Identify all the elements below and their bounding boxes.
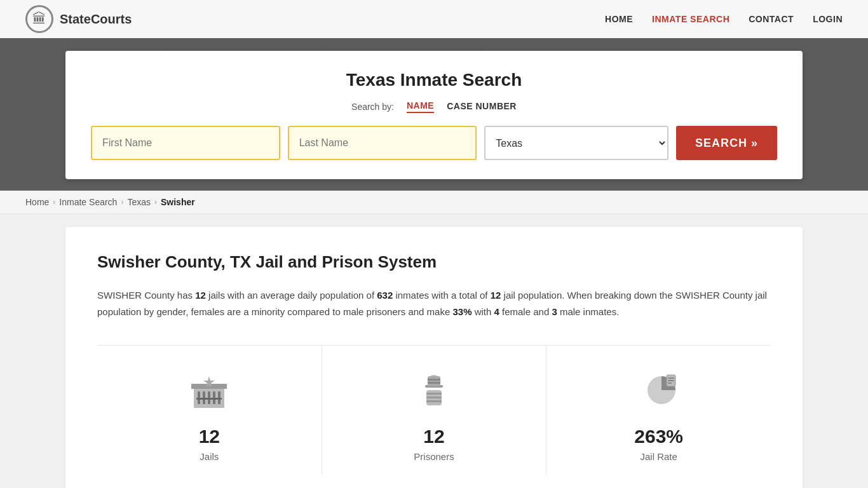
county-title: Swisher County, TX Jail and Prison Syste… — [97, 252, 771, 272]
nav-inmate-search[interactable]: INMATE SEARCH — [652, 14, 729, 24]
last-name-input[interactable] — [288, 126, 477, 160]
stat-jail-rate: 263% Jail Rate — [546, 346, 771, 475]
search-by-label: Search by: — [351, 102, 394, 112]
svg-rect-22 — [668, 383, 672, 384]
breadcrumb: Home › Inmate Search › Texas › Swisher — [0, 191, 868, 214]
site-name: StateCourts — [60, 12, 132, 27]
desc-total-text: inmates with a total of — [393, 290, 490, 301]
site-logo[interactable]: 🏛 StateCourts — [25, 5, 132, 33]
stat-prisoners-number: 12 — [423, 426, 444, 447]
search-tab-name[interactable]: NAME — [407, 100, 434, 113]
svg-rect-15 — [426, 393, 442, 395]
stat-prisoners: 12 Prisoners — [322, 346, 547, 475]
stat-jail-rate-number: 263% — [634, 426, 683, 447]
stat-jails-number: 12 — [199, 426, 220, 447]
search-card: Texas Inmate Search Search by: NAME CASE… — [65, 51, 803, 179]
desc-avg-text: jails with an average daily population o… — [206, 290, 377, 301]
stat-jails-label: Jails — [200, 451, 219, 462]
jail-icon — [184, 365, 234, 416]
search-card-title: Texas Inmate Search — [91, 70, 777, 90]
breadcrumb-sep-1: › — [53, 198, 55, 207]
nav-login[interactable]: LOGIN — [813, 14, 843, 24]
search-tab-case[interactable]: CASE NUMBER — [447, 101, 517, 112]
search-inputs-row: Texas SEARCH » — [91, 126, 777, 160]
desc-pct: 33% — [452, 306, 471, 317]
breadcrumb-home[interactable]: Home — [25, 197, 49, 207]
stat-jail-rate-label: Jail Rate — [641, 451, 677, 462]
desc-avg-pop: 632 — [377, 290, 393, 301]
desc-female-count: 4 — [494, 306, 499, 317]
search-button[interactable]: SEARCH » — [676, 126, 777, 160]
desc-prefix: SWISHER County has — [97, 290, 195, 301]
svg-rect-17 — [426, 400, 442, 402]
desc-jails: 12 — [195, 290, 206, 301]
breadcrumb-inmate-search[interactable]: Inmate Search — [59, 197, 117, 207]
county-description: SWISHER County has 12 jails with an aver… — [97, 287, 771, 320]
logo-icon: 🏛 — [25, 5, 53, 33]
desc-female-label: female and — [499, 306, 552, 317]
desc-female-text: with — [472, 306, 494, 317]
svg-rect-16 — [426, 396, 442, 398]
svg-rect-21 — [668, 380, 674, 381]
svg-rect-13 — [428, 382, 440, 384]
stat-jails: 12 Jails — [97, 346, 322, 475]
first-name-input[interactable] — [91, 126, 280, 160]
breadcrumb-sep-2: › — [121, 198, 123, 207]
nav-links: HOME INMATE SEARCH CONTACT LOGIN — [605, 14, 843, 24]
svg-rect-8 — [196, 398, 222, 400]
svg-rect-11 — [428, 376, 440, 386]
state-select[interactable]: Texas — [484, 126, 668, 160]
nav-home[interactable]: HOME — [605, 14, 633, 24]
desc-male-count: 3 — [552, 306, 557, 317]
prisoner-icon — [409, 365, 459, 416]
stat-prisoners-label: Prisoners — [414, 451, 454, 462]
breadcrumb-sep-3: › — [154, 198, 157, 207]
search-by-row: Search by: NAME CASE NUMBER — [91, 100, 777, 113]
chart-icon — [634, 365, 684, 416]
main-content: Swisher County, TX Jail and Prison Syste… — [65, 227, 803, 488]
svg-rect-12 — [428, 379, 440, 381]
desc-total-pop: 12 — [491, 290, 501, 301]
breadcrumb-current: Swisher — [161, 197, 195, 207]
nav-contact[interactable]: CONTACT — [749, 14, 794, 24]
desc-male-label: male inmates. — [557, 306, 620, 317]
stats-row: 12 Jails — [97, 345, 771, 475]
navbar: 🏛 StateCourts HOME INMATE SEARCH CONTACT… — [0, 0, 868, 38]
breadcrumb-texas[interactable]: Texas — [127, 197, 151, 207]
search-card-wrapper: Texas Inmate Search Search by: NAME CASE… — [0, 38, 868, 191]
svg-rect-20 — [668, 377, 674, 379]
